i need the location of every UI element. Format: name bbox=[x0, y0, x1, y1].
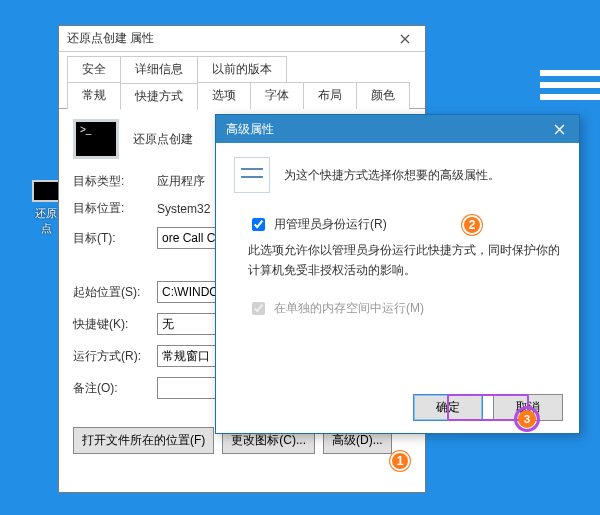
tab-options[interactable]: 选项 bbox=[197, 82, 251, 109]
advanced-properties-dialog: 高级属性 为这个快捷方式选择你想要的高级属性。 用管理员身份运行(R) 此选项允… bbox=[215, 114, 580, 434]
properties-icon bbox=[234, 157, 270, 193]
separate-memory-checkbox bbox=[252, 302, 265, 315]
cmd-icon bbox=[32, 180, 60, 202]
tab-colors[interactable]: 颜色 bbox=[356, 82, 410, 109]
run-as-admin-checkbox[interactable] bbox=[252, 218, 265, 231]
comment-label: 备注(O): bbox=[73, 380, 157, 397]
dialog-intro-text: 为这个快捷方式选择你想要的高级属性。 bbox=[284, 167, 500, 184]
close-button[interactable] bbox=[385, 26, 425, 51]
decoration bbox=[540, 70, 600, 76]
separate-memory-label: 在单独的内存空间中运行(M) bbox=[274, 300, 424, 317]
tab-details[interactable]: 详细信息 bbox=[120, 56, 198, 82]
tab-shortcut[interactable]: 快捷方式 bbox=[120, 83, 198, 110]
run-as-admin-label: 用管理员身份运行(R) bbox=[274, 216, 387, 233]
annotation-3-ring: 3 bbox=[514, 406, 540, 432]
run-as-admin-description: 此选项允许你以管理员身份运行此快捷方式，同时保护你的计算机免受非授权活动的影响。 bbox=[248, 240, 561, 281]
tab-layout[interactable]: 布局 bbox=[303, 82, 357, 109]
annotation-1: 1 bbox=[390, 451, 410, 471]
dialog-close-button[interactable] bbox=[539, 115, 579, 143]
titlebar[interactable]: 还原点创建 属性 bbox=[59, 26, 425, 52]
shortcut-key-label: 快捷键(K): bbox=[73, 316, 157, 333]
tab-previous-versions[interactable]: 以前的版本 bbox=[197, 56, 287, 82]
annotation-3: 3 bbox=[518, 410, 536, 428]
annotation-2: 2 bbox=[462, 215, 482, 235]
close-icon bbox=[400, 34, 410, 44]
decoration bbox=[540, 94, 600, 100]
target-label: 目标(T): bbox=[73, 230, 157, 247]
separate-memory-row: 在单独的内存空间中运行(M) bbox=[248, 299, 561, 318]
dialog-title: 高级属性 bbox=[226, 121, 274, 138]
target-location-label: 目标位置: bbox=[73, 200, 157, 217]
run-label: 运行方式(R): bbox=[73, 348, 157, 365]
shortcut-name: 还原点创建 bbox=[133, 131, 193, 148]
open-file-location-button[interactable]: 打开文件所在的位置(F) bbox=[73, 427, 214, 454]
ok-button[interactable]: 确定 bbox=[413, 394, 483, 421]
target-type-label: 目标类型: bbox=[73, 173, 157, 190]
start-in-label: 起始位置(S): bbox=[73, 284, 157, 301]
tab-general[interactable]: 常规 bbox=[67, 82, 121, 109]
dialog-titlebar[interactable]: 高级属性 bbox=[216, 115, 579, 143]
decoration bbox=[540, 82, 600, 88]
shortcut-icon bbox=[73, 119, 119, 159]
run-as-admin-row[interactable]: 用管理员身份运行(R) bbox=[248, 215, 561, 234]
tab-security[interactable]: 安全 bbox=[67, 56, 121, 82]
close-icon bbox=[554, 124, 565, 135]
tab-font[interactable]: 字体 bbox=[250, 82, 304, 109]
window-title: 还原点创建 属性 bbox=[67, 30, 154, 47]
